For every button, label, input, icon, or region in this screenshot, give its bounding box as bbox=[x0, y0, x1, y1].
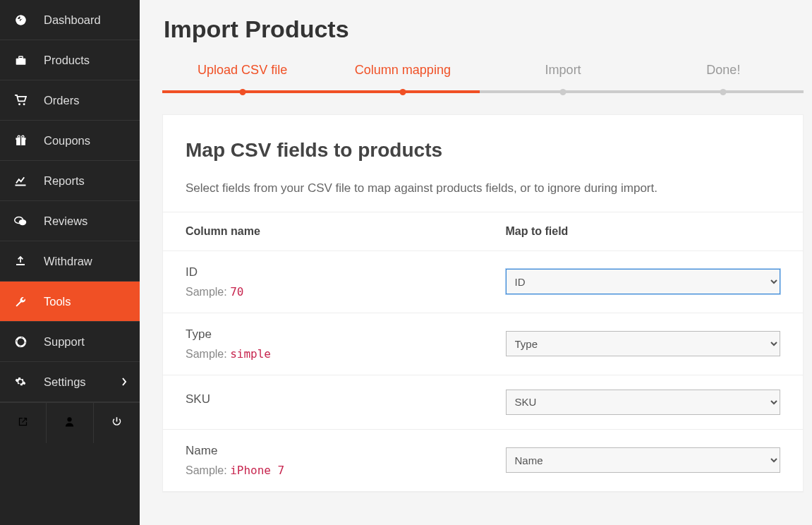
sidebar-item-label: Coupons bbox=[44, 134, 90, 147]
card-subtext: Select fields from your CSV file to map … bbox=[186, 179, 780, 199]
sample-text: Sample: 70 bbox=[186, 285, 461, 298]
svg-rect-12 bbox=[16, 264, 25, 265]
power-icon bbox=[111, 416, 122, 430]
sidebar-item-label: Support bbox=[44, 335, 85, 349]
sidebar-item-withdraw[interactable]: Withdraw bbox=[0, 241, 140, 282]
external-icon bbox=[18, 416, 28, 430]
sidebar-item-label: Dashboard bbox=[44, 13, 101, 27]
svg-rect-7 bbox=[20, 138, 20, 145]
map-field-select[interactable]: Type bbox=[506, 331, 781, 356]
map-field-select[interactable]: Name bbox=[506, 447, 781, 473]
svg-point-4 bbox=[23, 103, 25, 105]
lifebuoy-icon bbox=[13, 336, 28, 348]
svg-point-13 bbox=[16, 337, 25, 346]
sidebar-item-label: Orders bbox=[44, 94, 79, 107]
column-name: Type bbox=[186, 327, 461, 342]
progress-steps: Upload CSV fileColumn mappingImportDone! bbox=[162, 63, 804, 93]
card-heading: Map CSV fields to products bbox=[186, 139, 780, 162]
sidebar-item-reports[interactable]: Reports bbox=[0, 161, 140, 201]
user-button[interactable] bbox=[47, 403, 93, 443]
column-name: SKU bbox=[186, 392, 461, 406]
chart-icon bbox=[13, 176, 28, 186]
table-row: NameSample: iPhone 7Name bbox=[163, 429, 803, 491]
sidebar-item-tools[interactable]: Tools bbox=[0, 282, 140, 322]
sidebar-item-label: Tools bbox=[44, 295, 71, 308]
chevron-right-icon bbox=[121, 375, 127, 389]
sample-text: Sample: simple bbox=[186, 347, 461, 361]
sidebar-item-label: Reports bbox=[44, 174, 85, 188]
mapping-table: Column name Map to field IDSample: 70IDT… bbox=[163, 212, 803, 492]
step-upload-csv-file[interactable]: Upload CSV file bbox=[162, 63, 322, 93]
sidebar: DashboardProductsOrdersCouponsReportsRev… bbox=[0, 0, 140, 525]
gift-icon bbox=[13, 135, 28, 147]
sidebar-item-settings[interactable]: Settings bbox=[0, 362, 140, 402]
svg-point-8 bbox=[18, 135, 20, 138]
upload-icon bbox=[13, 255, 28, 267]
sidebar-item-coupons[interactable]: Coupons bbox=[0, 121, 140, 161]
svg-point-9 bbox=[21, 135, 23, 138]
svg-point-11 bbox=[19, 219, 27, 224]
briefcase-icon bbox=[13, 55, 28, 66]
table-row: SKUSKU bbox=[163, 375, 803, 429]
main-content: Import Products Upload CSV fileColumn ma… bbox=[140, 0, 812, 525]
column-header-map: Map to field bbox=[483, 212, 804, 251]
mapping-card: Map CSV fields to products Select fields… bbox=[162, 114, 804, 493]
column-name: Name bbox=[186, 444, 461, 458]
sidebar-item-label: Withdraw bbox=[44, 255, 92, 268]
sample-value: simple bbox=[230, 347, 271, 361]
gear-icon bbox=[13, 376, 28, 387]
step-column-mapping[interactable]: Column mapping bbox=[322, 63, 483, 93]
table-row: IDSample: 70ID bbox=[163, 251, 803, 313]
sample-value: 70 bbox=[230, 285, 243, 298]
map-field-select[interactable]: SKU bbox=[506, 390, 781, 415]
svg-rect-1 bbox=[16, 58, 25, 64]
svg-point-3 bbox=[18, 103, 20, 105]
sidebar-item-dashboard[interactable]: Dashboard bbox=[0, 0, 140, 40]
step-done-[interactable]: Done! bbox=[643, 63, 804, 93]
column-name: ID bbox=[186, 265, 461, 279]
sidebar-item-label: Products bbox=[44, 54, 90, 67]
svg-point-15 bbox=[68, 417, 72, 421]
power-button[interactable] bbox=[94, 403, 140, 443]
sample-value: iPhone 7 bbox=[230, 464, 284, 477]
sidebar-item-label: Settings bbox=[44, 375, 86, 389]
sample-text: Sample: iPhone 7 bbox=[186, 464, 461, 477]
column-header-name: Column name bbox=[163, 212, 483, 251]
sidebar-item-reviews[interactable]: Reviews bbox=[0, 201, 140, 241]
comments-icon bbox=[13, 216, 28, 227]
sidebar-item-support[interactable]: Support bbox=[0, 322, 140, 362]
svg-rect-2 bbox=[18, 56, 22, 59]
sidebar-item-label: Reviews bbox=[44, 215, 87, 228]
sidebar-item-orders[interactable]: Orders bbox=[0, 80, 140, 121]
page-title: Import Products bbox=[164, 16, 812, 43]
dashboard-icon bbox=[13, 14, 28, 26]
external-button[interactable] bbox=[0, 403, 47, 443]
user-icon bbox=[65, 416, 74, 430]
table-row: TypeSample: simpleType bbox=[163, 313, 803, 375]
sidebar-item-products[interactable]: Products bbox=[0, 40, 140, 80]
sidebar-bottom-row bbox=[0, 402, 140, 443]
cart-icon bbox=[13, 95, 28, 106]
map-field-select[interactable]: ID bbox=[506, 269, 781, 294]
step-import[interactable]: Import bbox=[483, 63, 643, 93]
card-header: Map CSV fields to products Select fields… bbox=[163, 115, 803, 212]
wrench-icon bbox=[13, 296, 28, 308]
